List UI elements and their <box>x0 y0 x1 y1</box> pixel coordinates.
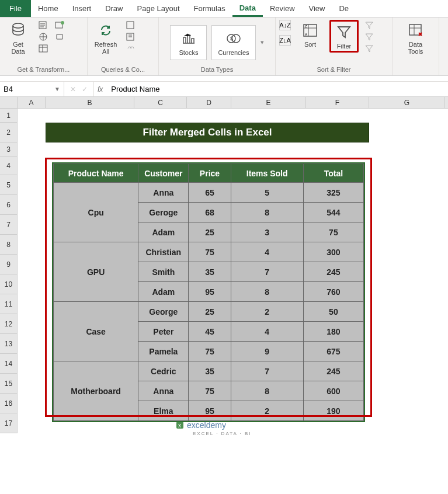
from-text-icon[interactable] <box>37 20 49 30</box>
data-cell[interactable]: Smith <box>138 262 189 282</box>
data-cell[interactable]: 600 <box>303 381 363 401</box>
row-header-15[interactable]: 15 <box>0 374 18 394</box>
datatypes-more-icon[interactable]: ▾ <box>261 39 264 46</box>
data-cell[interactable]: 25 <box>189 222 231 242</box>
data-cell[interactable]: 325 <box>303 183 363 203</box>
row-header-17[interactable]: 17 <box>0 413 18 433</box>
currencies-button[interactable]: $ Currencies <box>211 25 255 60</box>
data-cell[interactable]: 25 <box>189 302 231 322</box>
table-header[interactable]: Product Name <box>54 164 138 183</box>
tab-file[interactable]: File <box>0 0 31 17</box>
queries-icon[interactable] <box>125 20 137 30</box>
data-cell[interactable]: 45 <box>189 322 231 342</box>
tab-data[interactable]: Data <box>232 0 263 17</box>
data-cell[interactable]: 8 <box>231 381 303 401</box>
tab-review[interactable]: Review <box>263 0 302 17</box>
get-data-button[interactable]: Get Data <box>4 20 33 56</box>
product-cell[interactable]: Cpu <box>54 183 138 242</box>
from-web-icon[interactable] <box>37 32 49 42</box>
name-box[interactable]: B4 ▼ <box>0 82 64 96</box>
clear-filter-icon[interactable] <box>363 20 375 30</box>
sort-button[interactable]: ZA Sort <box>296 20 325 49</box>
tab-formulas[interactable]: Formulas <box>187 0 232 17</box>
data-cell[interactable]: Adam <box>138 282 189 302</box>
sort-az-button[interactable]: A↓Z <box>279 20 291 30</box>
data-tools-button[interactable]: Data Tools <box>401 20 430 56</box>
col-header-A[interactable]: A <box>18 97 46 108</box>
row-header-11[interactable]: 11 <box>0 294 18 314</box>
data-cell[interactable]: Anna <box>138 381 189 401</box>
data-cell[interactable]: Pamela <box>138 342 189 361</box>
row-header-10[interactable]: 10 <box>0 274 18 294</box>
properties-icon[interactable] <box>125 32 137 42</box>
table-header[interactable]: Total <box>303 164 363 183</box>
name-box-dropdown-icon[interactable]: ▼ <box>54 86 60 92</box>
filter-button[interactable]: Filter <box>329 20 359 53</box>
row-header-5[interactable]: 5 <box>0 175 18 195</box>
data-cell[interactable]: 675 <box>303 342 363 361</box>
product-cell[interactable]: GPU <box>54 242 138 302</box>
data-cell[interactable]: 2 <box>231 401 303 421</box>
select-all-corner[interactable] <box>0 97 18 108</box>
fx-icon[interactable]: fx <box>94 82 106 96</box>
data-cell[interactable]: 300 <box>303 242 363 262</box>
data-cell[interactable]: 65 <box>189 183 231 203</box>
row-header-7[interactable]: 7 <box>0 215 18 235</box>
data-cell[interactable]: 75 <box>189 381 231 401</box>
data-cell[interactable]: 75 <box>189 342 231 361</box>
col-header-E[interactable]: E <box>231 97 306 108</box>
table-row[interactable]: CpuAnna655325 <box>54 183 364 203</box>
data-cell[interactable]: Adam <box>138 222 189 242</box>
table-header[interactable]: Items Sold <box>231 164 303 183</box>
col-header-D[interactable]: D <box>187 97 231 108</box>
advanced-filter-icon[interactable] <box>363 43 375 54</box>
row-header-16[interactable]: 16 <box>0 394 18 413</box>
col-header-B[interactable]: B <box>46 97 134 108</box>
data-cell[interactable]: 8 <box>231 203 303 222</box>
row-header-3[interactable]: 3 <box>0 142 18 156</box>
col-header-C[interactable]: C <box>134 97 187 108</box>
data-cell[interactable]: 8 <box>231 282 303 302</box>
enter-formula-icon[interactable]: ✓ <box>82 85 88 93</box>
data-cell[interactable]: 7 <box>231 262 303 282</box>
col-header-F[interactable]: F <box>306 97 369 108</box>
row-header-6[interactable]: 6 <box>0 195 18 215</box>
table-row[interactable]: GPUChristian754300 <box>54 242 364 262</box>
data-cell[interactable]: 68 <box>189 203 231 222</box>
product-cell[interactable]: Motherboard <box>54 361 138 421</box>
data-cell[interactable]: 3 <box>231 222 303 242</box>
data-cell[interactable]: 35 <box>189 262 231 282</box>
data-cell[interactable]: 190 <box>303 401 363 421</box>
data-cell[interactable]: 50 <box>303 302 363 322</box>
recent-sources-icon[interactable] <box>54 20 65 30</box>
table-row[interactable]: MotherboardCedric357245 <box>54 361 364 381</box>
data-cell[interactable]: 245 <box>303 361 363 381</box>
data-cell[interactable]: 760 <box>303 282 363 302</box>
data-cell[interactable]: Anna <box>138 183 189 203</box>
row-header-9[interactable]: 9 <box>0 255 18 274</box>
data-cell[interactable]: 75 <box>189 242 231 262</box>
row-header-12[interactable]: 12 <box>0 314 18 334</box>
table-header[interactable]: Customer <box>138 164 189 183</box>
product-cell[interactable]: Case <box>54 302 138 361</box>
tab-page-layout[interactable]: Page Layout <box>130 0 187 17</box>
existing-connections-icon[interactable] <box>54 32 65 42</box>
tab-home[interactable]: Home <box>31 0 65 17</box>
reapply-icon[interactable] <box>363 32 375 42</box>
row-header-2[interactable]: 2 <box>0 123 18 142</box>
row-header-8[interactable]: 8 <box>0 235 18 255</box>
data-cell[interactable]: 7 <box>231 361 303 381</box>
col-header-G[interactable]: G <box>369 97 445 108</box>
stocks-button[interactable]: Stocks <box>170 25 207 60</box>
data-cell[interactable]: 5 <box>231 183 303 203</box>
edit-links-icon[interactable] <box>125 43 137 54</box>
data-cell[interactable]: 75 <box>303 222 363 242</box>
data-cell[interactable]: 9 <box>231 342 303 361</box>
data-cell[interactable]: 544 <box>303 203 363 222</box>
formula-input[interactable]: Product Name <box>106 82 448 96</box>
refresh-all-button[interactable]: Refresh All <box>91 20 120 56</box>
cancel-formula-icon[interactable]: ✕ <box>70 85 76 93</box>
data-cell[interactable]: 2 <box>231 302 303 322</box>
data-cell[interactable]: George <box>138 302 189 322</box>
data-cell[interactable]: 245 <box>303 262 363 282</box>
